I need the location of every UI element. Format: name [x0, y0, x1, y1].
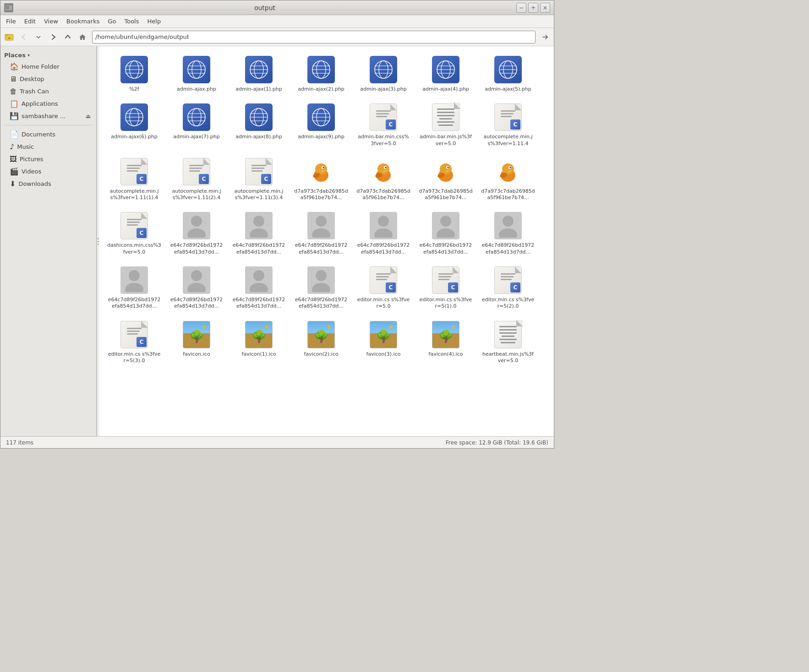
- svg-point-97: [191, 270, 202, 281]
- file-item-f4[interactable]: admin-ajax(2).php: [292, 52, 350, 96]
- minimize-button[interactable]: −: [516, 3, 526, 13]
- file-label: d7a973c7dab26985da5f961be7b74...: [294, 188, 348, 201]
- file-item-f38[interactable]: 🌳 ☀ favicon(1).ico: [230, 317, 288, 368]
- file-item-f12[interactable]: C admin-bar.min.css%3fver=5.0: [354, 99, 413, 150]
- file-item-f22[interactable]: C dashicons.min.css%3fver=5.0: [105, 208, 164, 259]
- sidebar-item-trash-label: Trash Can: [20, 88, 49, 95]
- file-item-f9[interactable]: admin-ajax(7).php: [167, 99, 226, 150]
- new-folder-button[interactable]: +: [2, 30, 16, 44]
- file-item-f2[interactable]: admin-ajax.php: [167, 52, 226, 96]
- sidebar-item-pictures[interactable]: 🖼 Pictures: [2, 153, 94, 165]
- eject-icon[interactable]: ⏏: [86, 113, 91, 119]
- file-item-f29[interactable]: e64c7d89f26bd1972efa854d13d7dd...: [105, 262, 164, 313]
- file-label: dashicons.min.css%3fver=5.0: [107, 242, 161, 255]
- dropdown-button[interactable]: [32, 30, 45, 44]
- file-item-f28[interactable]: e64c7d89f26bd1972efa854d13d7dd...: [479, 208, 537, 259]
- file-item-f5[interactable]: admin-ajax(3).php: [354, 52, 413, 96]
- file-item-f35[interactable]: C editor.min.cs s%3fver=5(2).0: [479, 262, 537, 313]
- menu-tools[interactable]: Tools: [120, 16, 142, 26]
- file-item-f10[interactable]: admin-ajax(8).php: [230, 99, 288, 150]
- file-icon: C: [369, 266, 398, 295]
- file-item-f40[interactable]: 🌳 ☀ favicon(3).ico: [354, 317, 413, 368]
- file-icon: C: [493, 103, 523, 132]
- sidebar-item-videos[interactable]: 🎬 Videos: [2, 165, 94, 178]
- file-item-f11[interactable]: admin-ajax(9).php: [292, 99, 350, 150]
- file-item-f37[interactable]: 🌳 ☀ favicon.ico: [167, 317, 226, 368]
- titlebar: output − + ×: [0, 0, 554, 15]
- maximize-button[interactable]: +: [528, 3, 538, 13]
- menu-edit[interactable]: Edit: [21, 16, 39, 26]
- file-label: e64c7d89f26bd1972efa854d13d7dd...: [232, 242, 286, 255]
- pictures-icon: 🖼: [10, 155, 17, 163]
- file-item-f36[interactable]: C editor.min.cs s%3fver=5(3).0: [105, 317, 164, 368]
- file-item-f14[interactable]: C autocomplete.min.js%3fver=1.11.4: [479, 99, 537, 150]
- close-button[interactable]: ×: [540, 3, 550, 13]
- forward-button[interactable]: [46, 30, 60, 44]
- file-label: autocomplete.min.js%3fver=1.11(1).4: [107, 188, 161, 201]
- back-button[interactable]: [17, 30, 31, 44]
- file-item-f19[interactable]: d7a973c7dab26985da5f961be7b74...: [354, 154, 413, 205]
- svg-point-100: [250, 283, 268, 292]
- file-item-f18[interactable]: d7a973c7dab26985da5f961be7b74...: [292, 154, 350, 205]
- menu-bookmarks[interactable]: Bookmarks: [63, 16, 104, 26]
- sambashare-icon: 💾: [10, 112, 19, 120]
- file-item-f15[interactable]: C autocomplete.min.js%3fver=1.11(1).4: [105, 154, 164, 205]
- file-item-f17[interactable]: C autocomplete.min.js%3fver=1.11(3).4: [230, 154, 288, 205]
- file-icon: 🌳 ☀: [182, 320, 211, 349]
- file-item-f8[interactable]: admin-ajax(6).php: [105, 99, 164, 150]
- file-item-f26[interactable]: e64c7d89f26bd1972efa854d13d7dd...: [354, 208, 413, 259]
- sidebar-item-documents[interactable]: 📄 Documents: [2, 128, 94, 141]
- file-label: admin-ajax(6).php: [111, 134, 158, 140]
- menu-go[interactable]: Go: [104, 16, 120, 26]
- file-label: admin-ajax(1).php: [235, 86, 282, 92]
- file-item-f24[interactable]: e64c7d89f26bd1972efa854d13d7dd...: [230, 208, 288, 259]
- file-label: editor.min.cs s%3fver=5(1).0: [419, 297, 473, 310]
- menu-help[interactable]: Help: [144, 16, 165, 26]
- sidebar-item-music[interactable]: ♪ Music: [2, 141, 94, 153]
- file-item-f34[interactable]: C editor.min.cs s%3fver=5(1).0: [416, 262, 475, 313]
- location-bar[interactable]: /home/ubuntu/endgame/output: [92, 31, 536, 43]
- file-label: e64c7d89f26bd1972efa854d13d7dd...: [232, 297, 286, 310]
- sidebar-item-applications[interactable]: 📋 Applications: [2, 98, 94, 110]
- go-button[interactable]: [538, 30, 552, 44]
- home-button[interactable]: [76, 30, 89, 44]
- file-icon: [431, 211, 460, 240]
- file-item-f27[interactable]: e64c7d89f26bd1972efa854d13d7dd...: [416, 208, 475, 259]
- sidebar-item-home-folder-label: Home Folder: [22, 63, 60, 70]
- svg-point-96: [125, 283, 143, 292]
- sidebar-item-desktop[interactable]: 🖥 Desktop: [2, 73, 94, 85]
- svg-point-101: [316, 270, 327, 281]
- file-item-f3[interactable]: admin-ajax(1).php: [230, 52, 288, 96]
- file-item-f1[interactable]: %2f: [105, 52, 164, 96]
- file-item-f7[interactable]: admin-ajax(5).php: [479, 52, 537, 96]
- file-item-f13[interactable]: admin-bar.min.js%3fver=5.0: [416, 99, 475, 150]
- menu-file[interactable]: File: [2, 16, 20, 26]
- file-icon: [182, 211, 211, 240]
- file-item-f30[interactable]: e64c7d89f26bd1972efa854d13d7dd...: [167, 262, 226, 313]
- file-item-f42[interactable]: heartbeat.min.js%3fver=5.0: [479, 317, 537, 368]
- sidebar-item-trash-can[interactable]: 🗑 Trash Can: [2, 85, 94, 98]
- file-item-f23[interactable]: e64c7d89f26bd1972efa854d13d7dd...: [167, 208, 226, 259]
- file-item-f39[interactable]: 🌳 ☀ favicon(2).ico: [292, 317, 350, 368]
- file-item-f6[interactable]: admin-ajax(4).php: [416, 52, 475, 96]
- file-item-f41[interactable]: 🌳 ☀ favicon(4).ico: [416, 317, 475, 368]
- file-item-f31[interactable]: e64c7d89f26bd1972efa854d13d7dd...: [230, 262, 288, 313]
- sidebar-item-sambashare[interactable]: 💾 sambashare ... ⏏: [2, 110, 94, 122]
- file-label: e64c7d89f26bd1972efa854d13d7dd...: [481, 242, 535, 255]
- sidebar-item-downloads[interactable]: ⬇ Downloads: [2, 178, 94, 190]
- window-controls: − + ×: [516, 3, 550, 13]
- file-item-f16[interactable]: C autocomplete.min.js%3fver=1.11(2).4: [167, 154, 226, 205]
- sidebar-item-music-label: Music: [17, 143, 34, 150]
- file-item-f20[interactable]: d7a973c7dab26985da5f961be7b74...: [416, 154, 475, 205]
- file-icon: [306, 266, 336, 295]
- file-item-f33[interactable]: C editor.min.cs s%3fver=5.0: [354, 262, 413, 313]
- file-item-f25[interactable]: e64c7d89f26bd1972efa854d13d7dd...: [292, 208, 350, 259]
- toolbar: + /home/ubuntu/endgame/output: [0, 28, 554, 46]
- file-item-f32[interactable]: e64c7d89f26bd1972efa854d13d7dd...: [292, 262, 350, 313]
- sidebar-item-home-folder[interactable]: 🏠 Home Folder: [2, 60, 94, 73]
- sidebar-item-videos-label: Videos: [22, 168, 41, 175]
- file-item-f21[interactable]: d7a973c7dab26985da5f961be7b74...: [479, 154, 537, 205]
- file-label: e64c7d89f26bd1972efa854d13d7dd...: [356, 242, 410, 255]
- menu-view[interactable]: View: [40, 16, 62, 26]
- up-button[interactable]: [61, 30, 75, 44]
